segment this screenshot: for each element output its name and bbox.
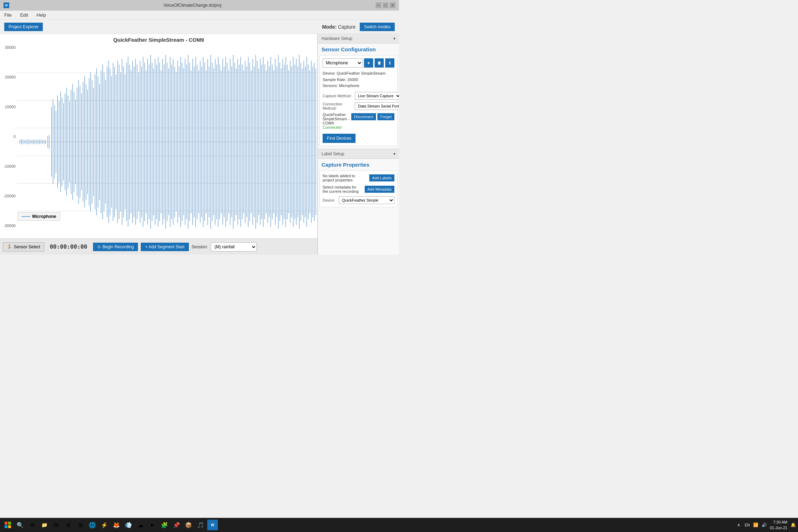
label-setup-label: Label Setup (322, 151, 344, 156)
sensor-select-label: Sensor Select (14, 244, 40, 249)
project-explorer-button[interactable]: Project Explorer (4, 23, 43, 31)
device-name: Device: QuickFeather SimpleStream (323, 70, 394, 77)
connected-status: Connected (323, 125, 351, 129)
capture-method-label: Capture Method: (323, 94, 353, 98)
sensor-select-button[interactable]: 🏃 Sensor Select (3, 242, 44, 251)
y-label-10000: 10000 (5, 105, 16, 109)
disconnect-button[interactable]: Disconnect (351, 113, 376, 120)
find-devices-button[interactable]: Find Devices (323, 134, 355, 143)
metadata-row: Select metadata for the current recordin… (323, 185, 394, 193)
y-label-neg10000: -10000 (4, 164, 16, 168)
bottom-bar: 🏃 Sensor Select 00:00:00:00 ⊙ Begin Reco… (0, 238, 317, 255)
connection-details: QuickFeather SimpleStream - COM9 Connect… (323, 112, 351, 129)
add-metadata-button[interactable]: Add Metadata (365, 186, 395, 193)
metadata-text: Select metadata for the current recordin… (323, 185, 363, 193)
begin-recording-label: Begin Recording (103, 244, 134, 249)
add-segment-label: + Add Segment Start (145, 244, 184, 249)
capture-props-title: Capture Properties (318, 159, 399, 169)
right-panel: Hardware Setup ▾ Sensor Configuration Mi… (318, 34, 399, 255)
forget-button[interactable]: Forget (377, 113, 394, 120)
session-dropdown[interactable]: (M) rainfall (211, 242, 257, 251)
y-label-0: 0 (13, 134, 16, 139)
device-row: Device QuickFeather Simple (323, 196, 394, 204)
no-labels-row: No labels added to project properties Ad… (323, 174, 394, 182)
y-label-30000: 30000 (5, 45, 16, 50)
device-info: Device: QuickFeather SimpleStream Sample… (323, 70, 394, 89)
capture-method-dropdown[interactable]: Live Stream Capture (355, 92, 399, 100)
add-segment-button[interactable]: + Add Segment Start (141, 243, 189, 251)
connection-method-dropdown[interactable]: Data Stream Serial Port (355, 102, 399, 110)
sensor-dropdown-row: Microphone + 🗑 ℹ (323, 58, 394, 68)
sample-rate: Sample Rate: 16000 (323, 77, 394, 83)
info-sensor-button[interactable]: ℹ (385, 58, 394, 68)
connection-method-label: Connection Method: (323, 102, 353, 110)
minimize-button[interactable]: ─ (376, 2, 381, 8)
chart-panel: QuickFeather SimpleStream - COM9 30000 2… (0, 34, 318, 255)
record-icon: ⊙ (97, 244, 101, 249)
capture-method-row: Capture Method: Live Stream Capture (323, 92, 394, 100)
chart-svg-area: 30000 20000 10000 0 -10000 -20000 -30000 (0, 45, 317, 238)
close-button[interactable]: ✕ (390, 2, 395, 8)
main-container: QuickFeather SimpleStream - COM9 30000 2… (0, 34, 399, 255)
menu-edit[interactable]: Edit (19, 12, 29, 18)
device-field-label: Device (323, 198, 337, 202)
legend-line-icon (22, 216, 30, 217)
hardware-setup-header: Hardware Setup ▾ (318, 34, 399, 44)
session-label: Session: (192, 244, 208, 249)
device-dropdown[interactable]: QuickFeather Simple (339, 196, 394, 204)
menu-help[interactable]: Help (35, 12, 47, 18)
connection-device-text: QuickFeather SimpleStream - COM9 (323, 112, 351, 125)
menu-file[interactable]: File (3, 12, 13, 18)
titlebar-controls[interactable]: ─ □ ✕ (376, 2, 395, 8)
hardware-setup-chevron-icon: ▾ (393, 36, 395, 41)
titlebar: W VoiceOfClimateChange.dclproj ─ □ ✕ (0, 0, 399, 11)
titlebar-left: W (4, 2, 9, 8)
sensor-dropdown[interactable]: Microphone (323, 58, 363, 68)
y-axis: 30000 20000 10000 0 -10000 -20000 -30000 (0, 45, 17, 228)
delete-sensor-button[interactable]: 🗑 (375, 58, 384, 68)
sensor-config-section: Microphone + 🗑 ℹ Device: QuickFeather Si… (319, 55, 398, 146)
mode-label: Mode: Capture (322, 24, 355, 30)
menubar: File Edit Help (0, 11, 399, 20)
connection-buttons: Disconnect Forget (351, 113, 394, 120)
sensors-info: Sensors: Microphone (323, 83, 394, 89)
begin-recording-button[interactable]: ⊙ Begin Recording (93, 243, 138, 251)
chart-title: QuickFeather SimpleStream - COM9 (0, 34, 317, 44)
chart-legend: Microphone (18, 212, 60, 221)
y-label-neg20000: -20000 (4, 194, 16, 198)
switch-modes-button[interactable]: Switch modes (360, 23, 395, 31)
capture-props-section: No labels added to project properties Ad… (319, 170, 398, 207)
add-labels-button[interactable]: Add Labels (369, 174, 394, 181)
waveform-chart (17, 45, 317, 238)
label-setup-header: Label Setup ▾ (318, 149, 399, 159)
restore-button[interactable]: □ (383, 2, 388, 8)
toolbar: Project Explorer Mode: Capture Switch mo… (0, 20, 399, 34)
sensor-select-icon: 🏃 (7, 244, 12, 249)
time-display: 00:00:00:00 (47, 243, 90, 250)
hardware-setup-label: Hardware Setup (322, 36, 352, 41)
add-sensor-button[interactable]: + (364, 58, 373, 68)
chart-container: QuickFeather SimpleStream - COM9 30000 2… (0, 34, 317, 238)
titlebar-title: VoiceOfClimateChange.dclproj (9, 3, 376, 8)
connection-method-row: Connection Method: Data Stream Serial Po… (323, 102, 394, 110)
label-setup-chevron-icon: ▾ (393, 151, 395, 156)
no-labels-text: No labels added to project properties (323, 174, 367, 182)
y-label-neg30000: -30000 (4, 224, 16, 228)
y-label-20000: 20000 (5, 75, 16, 79)
app-logo: W (4, 2, 9, 8)
connection-info-row: QuickFeather SimpleStream - COM9 Connect… (323, 112, 394, 129)
legend-label: Microphone (32, 214, 56, 219)
sensor-config-title: Sensor Configuration (318, 44, 399, 54)
